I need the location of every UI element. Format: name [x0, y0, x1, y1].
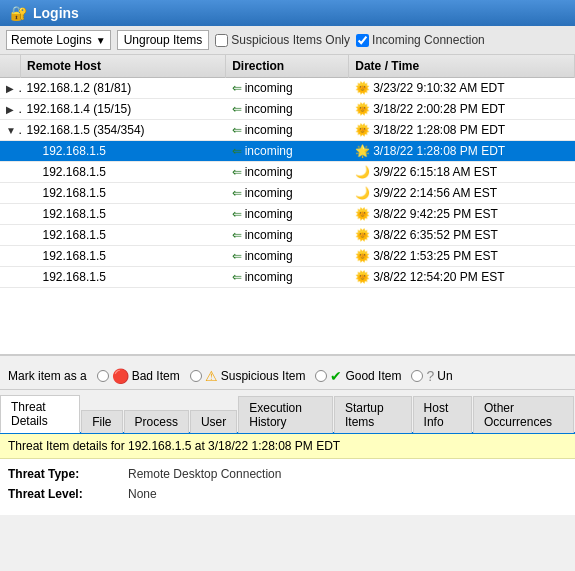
col-datetime[interactable]: Date / Time [349, 55, 575, 78]
table-row[interactable]: 192.168.1.5⇐incoming🌙 3/9/22 2:14:56 AM … [0, 183, 575, 204]
incoming-connections-label: Incoming Connection [372, 33, 485, 47]
mark-bad-option[interactable]: 🔴 Bad Item [97, 368, 180, 384]
suspicious-items-checkbox[interactable] [215, 34, 228, 47]
detail-row: Threat Type:Remote Desktop Connection [8, 467, 567, 481]
detail-panel: Threat Item details for 192.168.1.5 at 3… [0, 434, 575, 515]
direction-cell: ⇐incoming [226, 141, 349, 162]
sun-icon: 🌟 [355, 144, 373, 158]
host-cell: 192.168.1.5 [21, 267, 226, 288]
radio-bad[interactable] [97, 370, 109, 382]
tab-host-info[interactable]: Host Info [413, 396, 472, 433]
logins-icon: 🔐 [10, 5, 27, 21]
ungroup-items-button[interactable]: Ungroup Items [117, 30, 210, 50]
detail-row: Threat Level:None [8, 487, 567, 501]
table-row[interactable]: 192.168.1.5⇐incoming🌞 3/8/22 12:54:20 PM… [0, 267, 575, 288]
sun-icon: 🌞 [355, 270, 373, 284]
tab-user[interactable]: User [190, 410, 237, 433]
tab-threat-details[interactable]: Threat Details [0, 395, 80, 433]
datetime-cell: 🌙 3/9/22 2:14:56 AM EST [349, 183, 575, 204]
mark-unknown-option[interactable]: ? Un [411, 368, 452, 384]
direction-cell: ⇐incoming [226, 267, 349, 288]
table-row[interactable]: 192.168.1.5⇐incoming🌟 3/18/22 1:28:08 PM… [0, 141, 575, 162]
table-row[interactable]: 192.168.1.5⇐incoming🌙 3/9/22 6:15:18 AM … [0, 162, 575, 183]
tab-execution-history[interactable]: Execution History [238, 396, 333, 433]
host-cell: 192.168.1.5 [21, 183, 226, 204]
expand-arrow[interactable]: ▶ [6, 83, 18, 94]
table-header-row: Remote Host Direction Date / Time [0, 55, 575, 78]
table-row[interactable]: ▶192.168.1.4 (15/15)⇐incoming🌞 3/18/22 2… [0, 99, 575, 120]
col-expand [0, 55, 21, 78]
tab-other-occurrences[interactable]: Other Occurrences [473, 396, 574, 433]
mark-label: Mark item as a [8, 369, 87, 383]
expand-cell[interactable]: ▶ [0, 99, 21, 120]
table-row[interactable]: 192.168.1.5⇐incoming🌞 3/8/22 6:35:52 PM … [0, 225, 575, 246]
col-direction[interactable]: Direction [226, 55, 349, 78]
table-row[interactable]: ▼192.168.1.5 (354/354)⇐incoming🌞 3/18/22… [0, 120, 575, 141]
datetime-cell: 🌞 3/18/22 1:28:08 PM EDT [349, 120, 575, 141]
radio-unknown[interactable] [411, 370, 423, 382]
host-cell: 192.168.1.4 (15/15) [21, 99, 226, 120]
sun-icon: 🌞 [355, 81, 373, 95]
tab-startup-items[interactable]: Startup Items [334, 396, 412, 433]
detail-value: Remote Desktop Connection [128, 467, 281, 481]
datetime-cell: 🌞 3/8/22 6:35:52 PM EST [349, 225, 575, 246]
detail-label: Threat Type: [8, 467, 128, 481]
incoming-connections-checkbox-label[interactable]: Incoming Connection [356, 33, 485, 47]
tab-process[interactable]: Process [124, 410, 189, 433]
expand-cell [0, 183, 21, 204]
col-remote-host[interactable]: Remote Host [21, 55, 226, 78]
moon-icon: 🌙 [355, 165, 373, 179]
badge-suspicious-icon: ⚠ [205, 368, 218, 384]
direction-cell: ⇐incoming [226, 162, 349, 183]
table-row[interactable]: 192.168.1.5⇐incoming🌞 3/8/22 9:42:25 PM … [0, 204, 575, 225]
scrollbar-hint[interactable] [0, 355, 575, 363]
remote-logins-dropdown[interactable]: Remote Logins ▼ [6, 30, 111, 50]
expand-cell[interactable]: ▶ [0, 78, 21, 99]
table-row[interactable]: 192.168.1.5⇐incoming🌞 3/8/22 1:53:25 PM … [0, 246, 575, 267]
datetime-cell: 🌟 3/18/22 1:28:08 PM EDT [349, 141, 575, 162]
direction-arrow-icon: ⇐ [232, 207, 242, 221]
direction-arrow-icon: ⇐ [232, 81, 242, 95]
bad-label: Bad Item [132, 369, 180, 383]
datetime-cell: 🌞 3/8/22 1:53:25 PM EST [349, 246, 575, 267]
sun-icon: 🌞 [355, 123, 373, 137]
expand-cell [0, 162, 21, 183]
datetime-cell: 🌙 3/9/22 6:15:18 AM EST [349, 162, 575, 183]
table-row[interactable]: ▶192.168.1.2 (81/81)⇐incoming🌞 3/23/22 9… [0, 78, 575, 99]
radio-good[interactable] [315, 370, 327, 382]
expand-cell [0, 246, 21, 267]
mark-suspicious-option[interactable]: ⚠ Suspicious Item [190, 368, 306, 384]
sun-icon: 🌞 [355, 249, 373, 263]
host-cell: 192.168.1.5 [21, 225, 226, 246]
direction-cell: ⇐incoming [226, 204, 349, 225]
good-label: Good Item [345, 369, 401, 383]
datetime-cell: 🌞 3/18/22 2:00:28 PM EDT [349, 99, 575, 120]
direction-cell: ⇐incoming [226, 120, 349, 141]
tab-file[interactable]: File [81, 410, 122, 433]
expand-cell [0, 267, 21, 288]
direction-arrow-icon: ⇐ [232, 144, 242, 158]
expand-cell[interactable]: ▼ [0, 120, 21, 141]
mark-good-option[interactable]: ✔ Good Item [315, 368, 401, 384]
detail-header: Threat Item details for 192.168.1.5 at 3… [0, 434, 575, 459]
host-cell: 192.168.1.5 [21, 246, 226, 267]
host-cell: 192.168.1.5 [21, 141, 226, 162]
collapse-arrow[interactable]: ▼ [6, 125, 18, 136]
direction-cell: ⇐incoming [226, 99, 349, 120]
title-bar: 🔐 Logins [0, 0, 575, 26]
incoming-connections-checkbox[interactable] [356, 34, 369, 47]
chevron-down-icon: ▼ [96, 35, 106, 46]
moon-icon: 🌙 [355, 186, 373, 200]
suspicious-items-label: Suspicious Items Only [231, 33, 350, 47]
dropdown-text: Remote Logins [11, 33, 92, 47]
direction-cell: ⇐incoming [226, 225, 349, 246]
detail-label: Threat Level: [8, 487, 128, 501]
datetime-cell: 🌞 3/8/22 12:54:20 PM EST [349, 267, 575, 288]
direction-arrow-icon: ⇐ [232, 102, 242, 116]
suspicious-items-checkbox-label[interactable]: Suspicious Items Only [215, 33, 350, 47]
radio-suspicious[interactable] [190, 370, 202, 382]
direction-arrow-icon: ⇐ [232, 123, 242, 137]
host-cell: 192.168.1.5 [21, 162, 226, 183]
sun-icon: 🌞 [355, 228, 373, 242]
expand-arrow[interactable]: ▶ [6, 104, 18, 115]
